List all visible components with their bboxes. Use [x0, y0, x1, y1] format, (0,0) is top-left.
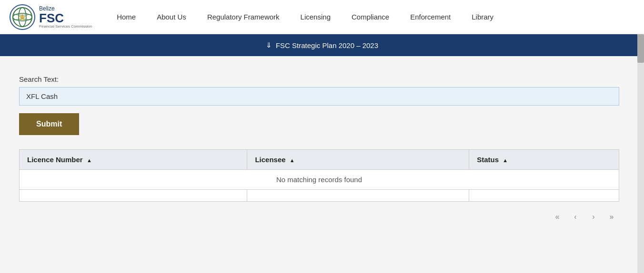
empty-cell-3 — [469, 190, 619, 202]
pagination-next[interactable]: › — [586, 209, 601, 224]
logo-text: Belize FSC Financial Services Commission — [39, 5, 92, 29]
col-header-licensee[interactable]: Licensee ▲ — [247, 150, 469, 170]
nav-item-licensing[interactable]: Licensing — [290, 0, 341, 34]
empty-row — [20, 190, 619, 202]
nav-item-enforcement[interactable]: Enforcement — [400, 0, 461, 34]
banner-text: FSC Strategic Plan 2020 – 2023 — [276, 41, 378, 49]
logo-subtitle: Financial Services Commission — [39, 24, 92, 29]
svg-marker-3 — [19, 13, 26, 21]
sort-arrow-licence: ▲ — [87, 157, 92, 163]
pagination: « ‹ › » — [19, 202, 619, 232]
banner[interactable]: ⇓ FSC Strategic Plan 2020 – 2023 — [0, 34, 644, 56]
sort-arrow-status: ▲ — [503, 157, 508, 163]
table-header: Licence Number ▲ Licensee ▲ Status ▲ — [20, 150, 619, 170]
no-records-text: No matching records found — [20, 170, 619, 190]
nav-item-home[interactable]: Home — [106, 0, 146, 34]
logo-fsc: FSC — [39, 12, 92, 24]
sort-arrow-licensee: ▲ — [290, 157, 295, 163]
pagination-first[interactable]: « — [550, 209, 565, 224]
logo-circle — [10, 4, 35, 30]
col-header-licence-number[interactable]: Licence Number ▲ — [20, 150, 247, 170]
search-input[interactable] — [19, 87, 619, 106]
pagination-last[interactable]: » — [604, 209, 619, 224]
nav-item-library[interactable]: Library — [461, 0, 504, 34]
pagination-prev[interactable]: ‹ — [568, 209, 583, 224]
main-content: Search Text: Submit Licence Number ▲ Lic… — [0, 56, 638, 242]
nav-item-compliance[interactable]: Compliance — [341, 0, 400, 34]
navbar: Belize FSC Financial Services Commission… — [0, 0, 644, 34]
scrollbar-thumb[interactable] — [637, 34, 644, 63]
nav-item-regulatory-framework[interactable]: Regulatory Framework — [197, 0, 290, 34]
table-body: No matching records found — [20, 170, 619, 202]
results-table: Licence Number ▲ Licensee ▲ Status ▲ No … — [19, 149, 619, 202]
col-header-status[interactable]: Status ▲ — [469, 150, 619, 170]
submit-button[interactable]: Submit — [19, 113, 79, 135]
search-label: Search Text: — [19, 75, 619, 83]
nav-item-about-us[interactable]: About Us — [146, 0, 197, 34]
scrollbar-track[interactable] — [637, 34, 644, 242]
logo[interactable]: Belize FSC Financial Services Commission — [10, 4, 92, 30]
empty-cell-1 — [20, 190, 247, 202]
no-records-row: No matching records found — [20, 170, 619, 190]
empty-cell-2 — [247, 190, 469, 202]
download-icon: ⇓ — [266, 41, 272, 49]
main-nav: Home About Us Regulatory Framework Licen… — [106, 0, 504, 34]
